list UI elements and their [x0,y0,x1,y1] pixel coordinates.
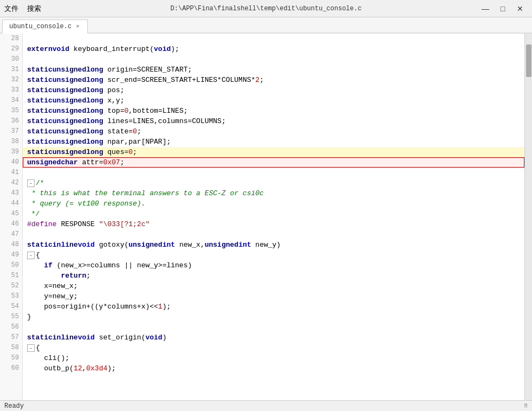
line-num-51: 51 [0,271,22,281]
line-num-44: 44 [0,198,22,209]
close-button[interactable]: ✕ [512,3,528,15]
code-line-50: if (new_x>=columns || new_y>=lines) [23,260,524,271]
line-num-52: 52 [0,281,22,291]
code-line-48: static inline void gotoxy(unsigned int n… [23,240,524,250]
code-line-37: static unsigned long state=0; [23,126,524,137]
scrollbar-thumb[interactable] [526,44,531,77]
line-num-33: 33 [0,85,22,95]
code-line-58: -{ [23,343,524,353]
tab-bar: ubuntu_console.c × [0,17,532,34]
status-ready: Ready [4,402,24,410]
editor-container: 28 29 30 31 32 33 34 35 36 37 38 39 40 4… [0,34,532,400]
line-num-39: 39 [0,147,22,157]
line-num-48: 48 [0,240,22,250]
fold-42-icon[interactable]: - [27,179,35,187]
code-line-35: static unsigned long top=0,bottom=LINES; [23,106,524,116]
code-line-40: unsigned char attr=0x07; [23,157,524,168]
code-line-51: return; [23,271,524,281]
code-line-32: static unsigned long scr_end=SCREEN_STAR… [23,75,524,85]
line-num-56: 56 [0,322,22,332]
code-line-43: * this is what the terminal answers to a… [23,188,524,198]
menu-search[interactable]: 搜索 [27,4,41,14]
line-num-43: 43 [0,188,22,198]
code-line-31: static unsigned long origin=SCREEN_START… [23,65,524,75]
line-num-31: 31 [0,65,22,75]
tab-close-icon[interactable]: × [75,23,81,30]
maximize-button[interactable]: □ [495,3,510,15]
line-num-37: 37 [0,126,22,137]
line-num-38: 38 [0,137,22,147]
code-line-55: } [23,312,524,322]
line-num-34: 34 [0,95,22,106]
code-line-45: */ [23,209,524,219]
line-num-55: 55 [0,312,22,322]
code-line-44: * query (= vt100 response). [23,198,524,209]
code-line-56 [23,322,524,332]
code-line-41 [23,168,524,178]
code-line-53: y=new_y; [23,291,524,301]
window-controls: — □ ✕ [478,3,528,15]
code-line-46: #define RESPONSE "\033[?1;2c" [23,219,524,229]
line-num-42: 42 [0,178,22,188]
line-num-60: 60 [0,363,22,374]
code-line-28 [23,34,524,44]
line-num-57: 57 [0,332,22,343]
menu-file[interactable]: 文件 [4,4,18,14]
status-bar: Ready ⠿ [0,400,532,411]
minimize-button[interactable]: — [478,3,493,15]
code-line-30 [23,54,524,65]
code-editor[interactable]: extern void keyboard_interrupt(void); st… [23,34,524,400]
code-line-42: -/* [23,178,524,188]
code-line-38: static unsigned long npar,par[NPAR]; [23,137,524,147]
code-line-59: cli(); [23,353,524,363]
line-num-35: 35 [0,106,22,116]
line-num-58: 58 [0,343,22,353]
code-line-54: pos=origin+((y*columns+x)<<1); [23,301,524,312]
line-numbers: 28 29 30 31 32 33 34 35 36 37 38 39 40 4… [0,34,23,400]
tab-ubuntu-console[interactable]: ubuntu_console.c × [2,20,88,34]
tab-label: ubuntu_console.c [9,23,72,30]
code-lines: extern void keyboard_interrupt(void); st… [23,34,524,374]
line-num-59: 59 [0,353,22,363]
fold-58-icon[interactable]: - [27,344,35,352]
code-line-52: x=new_x; [23,281,524,291]
menu-bar: 文件 搜索 [4,4,41,14]
code-line-33: static unsigned long pos; [23,85,524,95]
line-num-46: 46 [0,219,22,229]
line-num-32: 32 [0,75,22,85]
code-line-47 [23,229,524,240]
line-num-50: 50 [0,260,22,271]
line-num-54: 54 [0,301,22,312]
line-num-41: 41 [0,168,22,178]
code-line-39: static unsigned long ques=0; [23,147,524,157]
window-title: D:\APP\Fina\finalshell\temp\edit\ubuntu_… [171,5,362,12]
code-line-36: static unsigned long lines=LINES,columns… [23,116,524,126]
fold-49-icon[interactable]: - [27,252,35,259]
code-line-49: -{ [23,250,524,260]
line-num-49: 49 [0,250,22,260]
title-bar: 文件 搜索 D:\APP\Fina\finalshell\temp\edit\u… [0,0,532,17]
line-num-47: 47 [0,229,22,240]
line-num-29: 29 [0,44,22,54]
status-dots: ⠿ [524,403,528,409]
line-num-45: 45 [0,209,22,219]
code-line-34: static unsigned long x,y; [23,95,524,106]
code-line-57: static inline void set_origin(void) [23,332,524,343]
line-num-40: 40 [0,157,22,168]
code-line-60: outb_p(12,0x3d4); [23,363,524,374]
line-num-36: 36 [0,116,22,126]
code-line-29: extern void keyboard_interrupt(void); [23,44,524,54]
line-num-28: 28 [0,34,22,44]
line-num-30: 30 [0,54,22,65]
vertical-scrollbar[interactable] [524,34,532,400]
line-num-53: 53 [0,291,22,301]
